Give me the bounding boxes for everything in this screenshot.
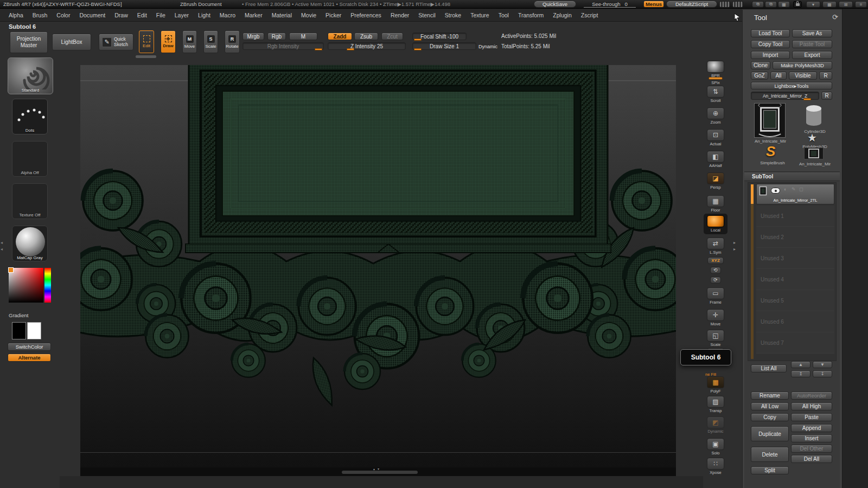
panel-restore-icon[interactable]: ⟳ — [832, 13, 838, 21]
right-shelf-move[interactable]: ✛ Move — [704, 309, 727, 326]
subtool-sculpt-icon[interactable]: ✎ — [792, 187, 796, 192]
rgb-button[interactable]: Rgb — [267, 33, 286, 40]
menu-tool[interactable]: Tool — [499, 12, 509, 18]
quicksave-button[interactable]: QuickSave — [534, 1, 576, 8]
make-polymesh3d-button[interactable]: Make PolyMesh3D — [773, 61, 832, 69]
duplicate-button[interactable]: Duplicate — [751, 426, 789, 441]
collapse-ui-icon[interactable]: ▾ — [806, 1, 820, 8]
subtool-paint-icon[interactable]: ◐ — [784, 187, 787, 192]
menu-zscript[interactable]: Zscript — [581, 12, 598, 18]
panel-resize-arrow-1[interactable]: ▸ — [733, 240, 736, 245]
export-button[interactable]: Export — [792, 51, 832, 59]
right-shelf-aahalf[interactable]: ◧ AAHalf — [704, 151, 727, 168]
projection-master-button[interactable]: Projection Master — [10, 31, 48, 53]
draw-button[interactable]: ✛ Draw — [161, 30, 176, 53]
lightbox-tools-button[interactable]: Lightbox▸Tools — [751, 82, 832, 89]
shelf-drag-nub[interactable] — [136, 55, 156, 58]
saturation-square[interactable] — [9, 268, 43, 303]
draw-size-slider[interactable]: Draw Size 1 — [412, 42, 476, 50]
help-icon[interactable]: ≡ — [855, 1, 867, 8]
menu-alpha[interactable]: Alpha — [9, 12, 23, 18]
alpha-thumbnail[interactable]: Alpha Off — [12, 141, 48, 177]
menu-document[interactable]: Document — [79, 12, 105, 18]
color-picker[interactable] — [9, 268, 51, 303]
z-intensity-slider[interactable]: Z Intensity 25 — [328, 42, 406, 50]
subtool-eye-icon[interactable] — [771, 188, 780, 194]
zcut-button[interactable]: Zcut — [381, 33, 403, 40]
dynamic-label[interactable]: Dynamic — [478, 44, 497, 49]
append-button[interactable]: Append — [791, 424, 832, 432]
right-shelf-spin-z[interactable]: ⟳ — [704, 277, 727, 284]
palette-scroll-up-icon[interactable]: ◂ — [1, 240, 3, 245]
right-shelf-local[interactable]: Local — [704, 214, 727, 234]
goz-r-button[interactable]: R — [819, 72, 832, 80]
lightbox-button[interactable]: LightBox — [52, 34, 91, 50]
all-high-button[interactable]: All High — [791, 402, 832, 410]
rgb-intensity-slider[interactable]: Rgb Intensity — [242, 42, 324, 50]
subtool-down-button[interactable]: ▼ — [813, 361, 832, 368]
subtool-active-row[interactable]: ◐ ✎ ◻ An_Intricate_Mirror_2TL — [756, 184, 834, 204]
subtool-unused-row-7[interactable]: Unused 7 — [756, 332, 834, 354]
layout-icon[interactable]: ⊞ — [839, 1, 853, 8]
menu-brush[interactable]: Brush — [33, 12, 47, 18]
spix-slider-icon[interactable] — [709, 77, 723, 80]
paste-subtool-button[interactable]: Paste — [791, 413, 832, 421]
panel-resize-arrow-2[interactable]: ▸ — [733, 247, 736, 252]
right-shelf-floor[interactable]: ▦ Floor — [704, 195, 727, 213]
right-shelf-frame[interactable]: ▭ Frame — [704, 287, 727, 305]
hue-strip[interactable] — [44, 268, 51, 303]
insert-button[interactable]: Insert — [791, 434, 832, 442]
paste-tool-button[interactable]: Paste Tool — [792, 40, 832, 48]
subtool-to-bottom-button[interactable]: ↧ — [813, 370, 832, 377]
lock-icon[interactable] — [793, 1, 802, 8]
subtool-scroll-thumb[interactable] — [751, 184, 754, 204]
canvas-scroll-down-icon[interactable]: ▾ — [378, 467, 379, 471]
subtool-to-top-button[interactable]: ↥ — [791, 370, 810, 377]
menu-stroke[interactable]: Stroke — [445, 12, 461, 18]
main-color-swatch[interactable] — [12, 322, 26, 339]
simplebrush-icon[interactable]: S — [766, 143, 775, 160]
right-shelf-polyf[interactable]: ▦ PolyF — [704, 376, 727, 394]
gradient-label[interactable]: Gradient — [9, 312, 28, 318]
stroke-thumbnail[interactable]: Dots — [12, 99, 48, 134]
current-tool-thumb[interactable] — [803, 98, 811, 100]
mirror2-thumbnail[interactable] — [804, 147, 824, 159]
menu-material[interactable]: Material — [272, 12, 292, 18]
rgb-intensity-thumb[interactable] — [315, 48, 322, 50]
subtool-header[interactable]: SubTool — [744, 172, 840, 181]
scale-button[interactable]: S Scale — [203, 30, 218, 53]
menu-render[interactable]: Render — [391, 12, 409, 18]
subtool-unused-row-5[interactable]: Unused 5 — [756, 290, 834, 311]
menu-color[interactable]: Color — [56, 12, 70, 18]
menu-texture[interactable]: Texture — [470, 12, 489, 18]
subtool-scroll-track[interactable] — [751, 184, 754, 359]
current-tool-slider[interactable]: An_Intricate_Mirror_Z — [751, 92, 819, 100]
save-as-button[interactable]: Save As — [792, 29, 832, 37]
m-button[interactable]: M — [289, 33, 317, 40]
menu-preferences[interactable]: Preferences — [350, 12, 381, 18]
right-shelf-scroll[interactable]: ⇅ Scroll — [704, 86, 727, 103]
switchcolor-button[interactable]: SwitchColor — [8, 343, 51, 351]
right-shelf-lsym[interactable]: ⇄ L.Sym — [704, 237, 727, 255]
quick-sketch-button[interactable]: ✎ Quick Sketch — [99, 34, 133, 50]
del-all-button[interactable]: Del All — [791, 455, 832, 463]
document-canvas[interactable] — [80, 65, 676, 467]
focal-shift-thumb[interactable] — [414, 38, 422, 41]
menu-transform[interactable]: Transform — [518, 12, 544, 18]
goz-visible-button[interactable]: Visible — [789, 72, 817, 80]
right-shelf-actual[interactable]: ⊡ Actual — [704, 129, 727, 146]
right-shelf-xyz[interactable]: XYZ — [704, 257, 727, 264]
autoreorder-button[interactable]: AutoReorder — [791, 391, 832, 400]
polymesh3d-star-icon[interactable]: ★ — [807, 131, 817, 144]
copy-tool-button[interactable]: Copy Tool — [751, 40, 790, 48]
menu-macro[interactable]: Macro — [220, 12, 235, 18]
see-through-slider[interactable]: See-through 0 — [584, 1, 636, 8]
right-shelf-zoom[interactable]: ⊕ Zoom — [704, 107, 727, 125]
zsub-button[interactable]: Zsub — [354, 33, 378, 40]
z-intensity-thumb[interactable] — [347, 48, 354, 50]
active-tool-thumbnail[interactable] — [754, 103, 786, 138]
right-shelf-scale[interactable]: ◱ Scale — [704, 330, 727, 347]
brush-thumbnail[interactable]: Standard — [8, 57, 53, 94]
del-other-button[interactable]: Del Other — [791, 445, 832, 453]
subtool-up-button[interactable]: ▲ — [791, 361, 810, 368]
